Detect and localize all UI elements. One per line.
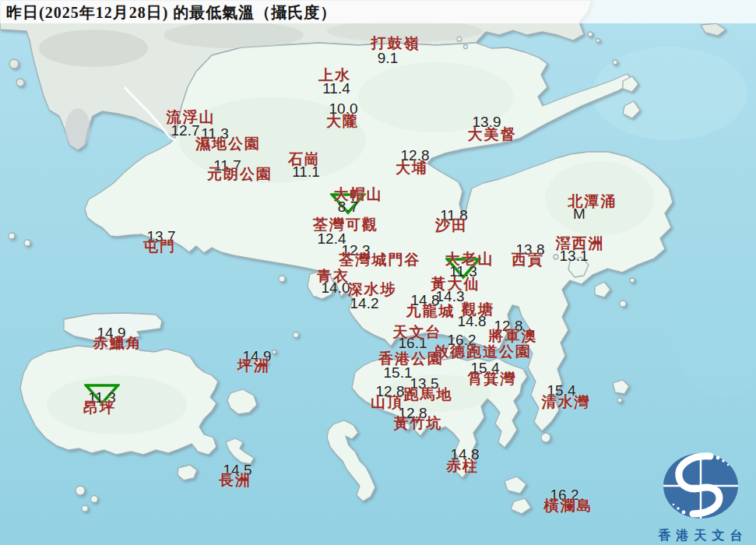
land-islet (617, 398, 622, 403)
land-islet (9, 59, 19, 69)
station-name: 九龍城 (406, 301, 455, 322)
observatory-logo: 香港天文台 HONG KONG OBSERVATORY (645, 445, 756, 545)
station-name: 大老山 (445, 249, 494, 269)
station-name: 香港公園 (378, 349, 444, 369)
station-name: 上水 (318, 65, 351, 86)
station-name: 青衣 (317, 266, 350, 287)
station-name: 屯門 (143, 237, 176, 257)
station-name: 元朗公園 (207, 164, 273, 185)
station-name: 荃灣城門谷 (339, 250, 421, 270)
land-islet (554, 255, 558, 259)
land-islet (630, 278, 635, 283)
station-name: 荃灣可觀 (313, 215, 378, 235)
station-name: 打鼓嶺 (371, 33, 420, 54)
station-name: 沙田 (435, 216, 468, 236)
land-islet (279, 276, 285, 282)
observatory-name-zh: 香港天文台 (645, 528, 756, 544)
land-islet (273, 350, 276, 354)
station-name: 大帽山 (334, 185, 383, 205)
observatory-logo-icon (645, 445, 756, 523)
urban-tint (39, 30, 148, 67)
station-name: 黃竹坑 (394, 413, 443, 434)
land-islet (464, 45, 468, 49)
land-islet (16, 79, 24, 86)
station-name: 深水埗 (348, 280, 397, 300)
land-islet (596, 39, 600, 43)
station-name: 橫瀾島 (544, 496, 593, 516)
station-name: 西貢 (512, 250, 544, 270)
station-name: 大埔 (396, 158, 428, 178)
station-name: 大美督 (468, 125, 517, 145)
station-name: 赤鱲角 (93, 333, 142, 353)
land-islet (82, 505, 88, 512)
weather-map-page: 昨日(2025年12月28日) 的最低氣溫（攝氏度） 9.1打鼓嶺11.4上水1… (0, 0, 756, 545)
station-name: 大隴 (326, 111, 359, 132)
page-title: 昨日(2025年12月28日) 的最低氣溫（攝氏度） (6, 2, 336, 23)
land-islet (9, 233, 15, 239)
station-name: 坪洲 (237, 356, 270, 376)
station-name: 赤柱 (446, 456, 479, 476)
land-islet (294, 332, 299, 338)
land-islet (620, 301, 626, 307)
station-name: 清水灣 (542, 392, 591, 413)
station-name: 觀塘 (462, 300, 494, 320)
station-name: 跑馬地 (404, 385, 453, 405)
land-islet (588, 32, 592, 37)
land-islet (613, 60, 617, 65)
land-islet (24, 240, 30, 246)
station-name: 滘西洲 (556, 234, 605, 254)
land-tung-lung (541, 433, 550, 442)
station-name: 昂坪 (83, 398, 116, 418)
station-name: 長洲 (219, 470, 251, 490)
land-islet (91, 496, 98, 503)
station-name: 筲箕灣 (468, 369, 517, 389)
land-islet (76, 486, 85, 495)
urban-tint (65, 108, 90, 149)
station-name: 北潭涌 (568, 192, 617, 212)
urban-tint (164, 22, 304, 48)
hong-kong-map (0, 0, 756, 545)
station-name: 石崗 (288, 149, 321, 170)
station-name: 天文台 (393, 322, 442, 343)
station-name: 濕地公園 (195, 134, 261, 154)
